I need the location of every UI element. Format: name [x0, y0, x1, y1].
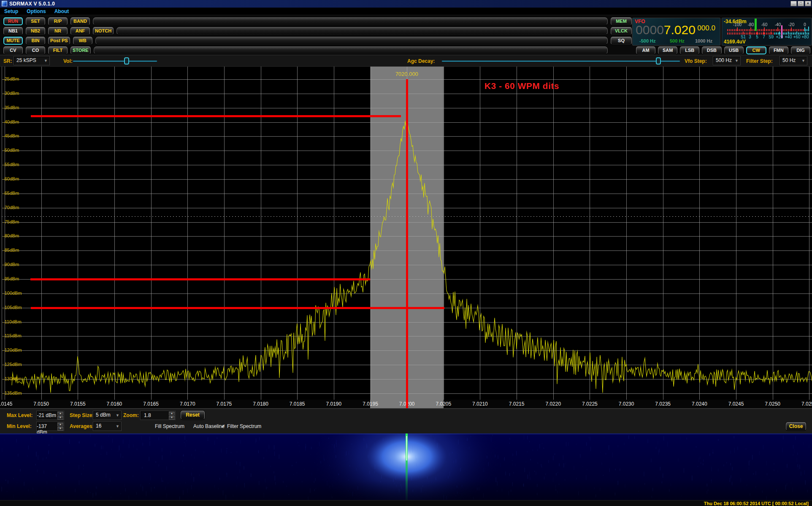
button-slot-groove — [95, 37, 608, 45]
post-ps-button[interactable]: Post PS — [48, 37, 70, 45]
cv-button[interactable]: CV — [3, 46, 23, 54]
step-size-select[interactable]: 5 dBm▼ — [93, 411, 121, 420]
dbm-tick-label: -95dBm — [3, 276, 19, 281]
step-size-value: 5 dBm — [96, 412, 111, 418]
averages-select[interactable]: 16▼ — [93, 422, 121, 431]
mode-button-sam[interactable]: SAM — [658, 46, 677, 54]
filt-button[interactable]: FILT — [48, 46, 68, 54]
spin-up-icon[interactable]: ▲ — [169, 412, 175, 415]
zoom-label: Zoom: — [123, 412, 139, 418]
meter-dbm-scale-tick: -40 — [775, 22, 781, 27]
spin-up-icon[interactable]: ▲ — [57, 412, 63, 415]
mode-button-am[interactable]: AM — [636, 46, 655, 54]
agc-decay-label: Agc Decay: — [407, 58, 435, 64]
close-button[interactable]: Close — [786, 422, 806, 431]
r-p-button[interactable]: R/P — [48, 17, 68, 25]
spin-down-icon[interactable]: ▼ — [57, 416, 63, 420]
meter-s-scale-tick: S9 — [769, 35, 774, 39]
co-button[interactable]: CO — [26, 46, 45, 54]
button-slot-groove — [116, 27, 608, 35]
dbm-tick-label: -40dBm — [3, 119, 19, 124]
meter-dbm-scale-tick: -100 — [733, 22, 742, 27]
titlebar: SDRMAX V 5.0.1.0 _□× — [0, 0, 812, 8]
notch-button[interactable]: NOTCH — [93, 27, 114, 35]
bin-button[interactable]: BIN — [26, 37, 45, 45]
vlck-button[interactable]: VLCK — [611, 27, 632, 35]
mode-button-usb[interactable]: USB — [724, 46, 744, 54]
mem-button[interactable]: MEM — [611, 17, 632, 25]
mode-button-lsb[interactable]: LSB — [680, 46, 699, 54]
mode-button-dsb[interactable]: DSB — [702, 46, 721, 54]
checkbox-auto-baseline[interactable]: Auto Baseline — [187, 422, 225, 431]
display-controls: Max Level: -21 dBm ▲▼ Step Size: 5 dBm▼ … — [0, 408, 812, 433]
agc-decay-slider-track[interactable] — [441, 60, 680, 62]
freq-tick-label: 7.0165 — [143, 401, 159, 407]
vfo-digits-fraction: 000.0 — [697, 24, 715, 32]
dbm-tick-label: -65dBm — [3, 191, 19, 196]
maximize-button[interactable]: □ — [798, 1, 804, 6]
sample-rate-select[interactable]: 25 kSPS▼ — [14, 57, 49, 65]
menu-item-about[interactable]: About — [54, 8, 69, 14]
dbm-tick-label: -135dBm — [3, 390, 22, 396]
zoom-stepper[interactable]: 1.8 ▲▼ — [141, 411, 175, 420]
store-button[interactable]: STORE — [70, 46, 91, 54]
anf-button[interactable]: ANF — [70, 27, 90, 35]
menu-item-setup[interactable]: Setup — [4, 8, 18, 14]
vfo-offset-label: 500 Hz — [670, 38, 685, 43]
spin-down-icon[interactable]: ▼ — [57, 427, 63, 431]
wb-button[interactable]: WB — [73, 37, 92, 45]
max-level-stepper[interactable]: -21 dBm ▲▼ — [37, 411, 64, 420]
mode-button-dig[interactable]: DIG — [791, 46, 810, 54]
close-button[interactable]: × — [805, 1, 811, 6]
freq-tick-label: 7.0150 — [33, 401, 49, 407]
spin-down-icon[interactable]: ▼ — [169, 416, 175, 420]
filter-step-select[interactable]: 50 Hz▼ — [780, 57, 807, 65]
nb2-button[interactable]: NB2 — [26, 27, 45, 35]
meter-s-scale-tick: 5 — [756, 35, 758, 39]
volume-slider[interactable] — [73, 59, 157, 63]
sq-button[interactable]: SQ — [611, 37, 632, 45]
vfo-step-select[interactable]: 500 Hz▼ — [713, 57, 740, 65]
dbm-tick-label: -50dBm — [3, 148, 19, 153]
nr-button[interactable]: NR — [48, 27, 68, 35]
volume-slider-track[interactable] — [73, 60, 157, 62]
checkbox-fill-spectrum[interactable]: Fill Spectrum — [149, 422, 184, 431]
minimize-button[interactable]: _ — [790, 1, 797, 6]
nb1-button[interactable]: NB1 — [3, 27, 23, 35]
mode-button-row: AMSAMLSBDSBUSBCWFMNDIG — [636, 46, 810, 54]
dbm-tick-label: -125dBm — [3, 362, 22, 367]
mode-button-cw[interactable]: CW — [746, 46, 766, 54]
freq-tick-label: 7.0205 — [436, 401, 451, 407]
button-row: NB1NB2NRANFNOTCH — [3, 27, 608, 35]
agc-decay-slider-thumb[interactable] — [656, 57, 661, 65]
dbm-tick-label: -55dBm — [3, 162, 19, 167]
run-button[interactable]: RUN — [3, 17, 23, 25]
freq-tick-label: 7.0245 — [728, 401, 744, 407]
vfo-frequency-display[interactable]: 00007.020 000.0 — [633, 23, 718, 37]
dbm-tick-label: -70dBm — [3, 205, 19, 210]
dbm-tick-label: -100dBm — [3, 291, 22, 296]
window-controls: _□× — [790, 1, 811, 6]
volume-slider-thumb[interactable] — [124, 57, 129, 65]
chevron-down-icon: ▼ — [735, 57, 739, 65]
freq-tick-label: 7.0240 — [692, 401, 707, 407]
tune-marker-line — [406, 400, 408, 408]
freq-tick-label: 7.0220 — [545, 401, 561, 407]
mute-button[interactable]: MUTE — [3, 37, 23, 45]
waterfall-canvas[interactable] — [0, 433, 812, 500]
checkbox-label: Fill Spectrum — [155, 423, 184, 429]
spin-up-icon[interactable]: ▲ — [57, 423, 63, 426]
checkbox-filter-spectrum[interactable]: ✓Filter Spectrum — [221, 422, 261, 431]
reset-button[interactable]: Reset — [181, 411, 205, 420]
band-button[interactable]: BAND — [70, 17, 90, 25]
spectrum-canvas[interactable] — [0, 67, 812, 400]
dbm-tick-label: -85dBm — [3, 248, 19, 253]
agc-decay-slider[interactable] — [441, 59, 680, 63]
freq-tick-label: 7.0175 — [217, 401, 232, 407]
freq-tick-label: 7.0185 — [290, 401, 305, 407]
meter-s-scale-tick: 7 — [763, 35, 765, 39]
menu-item-options[interactable]: Options — [27, 8, 46, 14]
set-button[interactable]: SET — [26, 17, 45, 25]
min-level-stepper[interactable]: -137 dBm ▲▼ — [37, 422, 64, 431]
mode-button-fmn[interactable]: FMN — [769, 46, 788, 54]
